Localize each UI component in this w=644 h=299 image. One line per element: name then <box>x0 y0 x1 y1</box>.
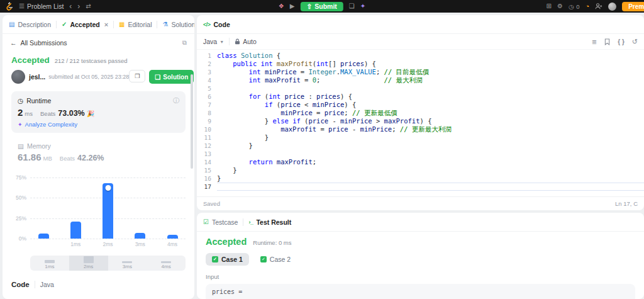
auto-toggle[interactable]: Auto <box>235 38 257 45</box>
submission-code-header: Code Java <box>11 281 186 288</box>
timer-button[interactable]: ◷ 0 <box>569 3 580 10</box>
case-2-chip[interactable]: ✓ Case 2 <box>254 253 297 266</box>
braces-icon[interactable]: { } <box>618 38 625 45</box>
code-line[interactable]: ​ <box>217 150 644 158</box>
submission-panel: ▤ Description ✓ Accepted × ▦ Editorial ⚗… <box>3 15 194 299</box>
code-line[interactable]: maxProfit = price - minPrice; // 更新最大利潤 <box>217 125 644 133</box>
code-line[interactable]: } <box>217 133 644 142</box>
chart-bar-column[interactable] <box>33 173 54 239</box>
code-line[interactable]: int maxProfit = 0; // 最大利潤 <box>217 76 644 84</box>
runtime-strip[interactable]: 1ms2ms3ms4ms <box>30 256 186 271</box>
user-avatar[interactable] <box>11 70 25 84</box>
strip-bar <box>122 261 132 263</box>
settings-gear-icon[interactable]: ⚙ <box>557 3 563 9</box>
strip-cell[interactable]: 4ms <box>147 256 186 271</box>
analyze-complexity-link[interactable]: ✦ Analyze Complexity <box>18 121 179 128</box>
streak-icon[interactable]: ◔ <box>586 3 590 10</box>
strip-cell[interactable]: 3ms <box>108 256 147 271</box>
runtime-card[interactable]: ◷ Runtime ⓘ 2 ms Beats 73.03% 🎉 ✦ Analyz… <box>11 91 186 133</box>
layout-grid-icon[interactable]: ⊞ <box>547 3 552 9</box>
language-select[interactable]: Java ▼ <box>203 38 224 45</box>
code-line[interactable]: } <box>217 174 644 183</box>
ai-sparkle-icon[interactable]: ✦ <box>360 3 365 9</box>
line-number: 9 <box>197 117 211 125</box>
runtime-bar[interactable] <box>167 235 178 239</box>
debug-icon[interactable]: ❖ <box>279 3 284 9</box>
code-line[interactable]: } <box>217 142 644 150</box>
runtime-clock-icon: ◷ <box>18 97 23 104</box>
notes-icon[interactable]: ❏ <box>349 3 355 9</box>
scrollbar-thumb[interactable] <box>191 74 193 169</box>
tab-label: Description <box>18 21 51 28</box>
code-tabbar: </> Code <box>197 15 644 34</box>
reset-icon[interactable]: ↺ <box>632 38 638 46</box>
code-panel: </> Code Java ▼ Auto ≣ <box>197 15 644 210</box>
info-icon[interactable]: ⓘ <box>173 96 179 105</box>
tab-code[interactable]: </> Code <box>203 21 230 28</box>
line-number: 4 <box>197 76 211 84</box>
chart-bar-column[interactable] <box>65 173 86 239</box>
chart-bar-column[interactable] <box>97 173 119 239</box>
runtime-bar[interactable] <box>103 183 113 239</box>
avatar[interactable] <box>608 3 616 11</box>
code-line[interactable]: class Solution { <box>217 52 644 60</box>
run-button[interactable]: ▶ <box>290 3 295 9</box>
tab-editorial[interactable]: ▦ Editorial <box>119 21 152 28</box>
runtime-bar[interactable] <box>135 233 145 239</box>
code-line[interactable]: ​ <box>217 183 644 191</box>
tab-testcase[interactable]: ☑ Testcase <box>203 218 238 226</box>
line-number: 7 <box>197 101 211 109</box>
share-icon[interactable]: ⧉ <box>182 39 187 47</box>
runtime-bar[interactable] <box>38 234 49 239</box>
code-line[interactable]: minPrice = price; // 更新最低價 <box>217 109 644 117</box>
code-line[interactable]: for (int price : prices) { <box>217 93 644 101</box>
prev-problem-button[interactable]: ‹ <box>69 3 72 10</box>
result-runtime: Runtime: 0 ms <box>253 239 291 246</box>
code-line[interactable]: } <box>217 166 644 174</box>
problem-list-button[interactable]: ☰ Problem List <box>19 3 64 10</box>
code-line[interactable]: int minPrice = Integer.MAX_VALUE; // 目前最… <box>217 68 644 76</box>
runtime-chart-xlabels: 1ms2ms3ms4ms <box>30 241 186 247</box>
solution-button[interactable]: ❏ Solution <box>149 70 194 84</box>
analyze-label: Analyze Complexity <box>25 121 77 128</box>
tab-solutions[interactable]: ⚗ Solutions <box>162 21 194 28</box>
tab-test-result[interactable]: ›_ Test Result <box>248 218 291 226</box>
code-line[interactable]: if (price < minPrice) { <box>217 101 644 109</box>
memory-value: 61.86 <box>18 152 42 162</box>
memory-card[interactable]: ▤ Memory 61.86 MB Beats 42.26% <box>11 142 186 162</box>
result-status: Accepted <box>206 237 247 247</box>
notebook-button[interactable]: ❒ <box>129 70 145 82</box>
leetcode-logo-icon[interactable] <box>5 2 13 11</box>
format-icon[interactable]: ≣ <box>592 38 597 45</box>
x-tick-label: 1ms <box>65 241 86 247</box>
code-line[interactable]: } else if (price - minPrice > maxProfit)… <box>217 117 644 125</box>
submit-button[interactable]: ⇧ Submit <box>300 2 343 11</box>
chart-bar-column[interactable] <box>130 173 151 239</box>
chart-bar-column[interactable] <box>162 173 183 239</box>
case-1-chip[interactable]: ✓ Case 1 <box>206 253 249 266</box>
code-line[interactable]: return maxProfit; <box>217 158 644 166</box>
solutions-icon: ⚗ <box>162 21 168 28</box>
code-lines[interactable]: class Solution { public int maxProfit(in… <box>217 52 644 196</box>
all-submissions-back[interactable]: ← All Submissions <box>10 39 67 47</box>
add-user-icon[interactable] <box>595 3 602 10</box>
code-lang-label: Java <box>40 281 54 288</box>
back-arrow-icon: ← <box>10 39 17 47</box>
submitted-at: submitted at Oct 05, 2025 23:28 <box>48 74 129 80</box>
bookmark-icon[interactable] <box>604 38 610 45</box>
close-icon[interactable]: × <box>104 21 108 28</box>
code-line[interactable]: ​ <box>217 84 644 93</box>
tab-description[interactable]: ▤ Description <box>9 21 51 28</box>
code-editor[interactable]: 1234567891011121314151617 class Solution… <box>197 50 644 196</box>
runtime-bar[interactable] <box>70 222 81 239</box>
code-line[interactable]: public int maxProfit(int[] prices) { <box>217 60 644 68</box>
strip-cell[interactable]: 2ms <box>69 256 108 271</box>
tab-accepted[interactable]: ✓ Accepted × <box>62 21 108 28</box>
memory-label: Memory <box>27 142 51 150</box>
input-field[interactable]: prices = <box>206 284 635 299</box>
divider <box>157 21 157 28</box>
strip-cell[interactable]: 1ms <box>30 256 69 271</box>
shuffle-icon[interactable]: ⇄ <box>86 3 91 9</box>
premium-button[interactable]: Premium <box>622 2 644 11</box>
next-problem-button[interactable]: › <box>77 3 80 10</box>
